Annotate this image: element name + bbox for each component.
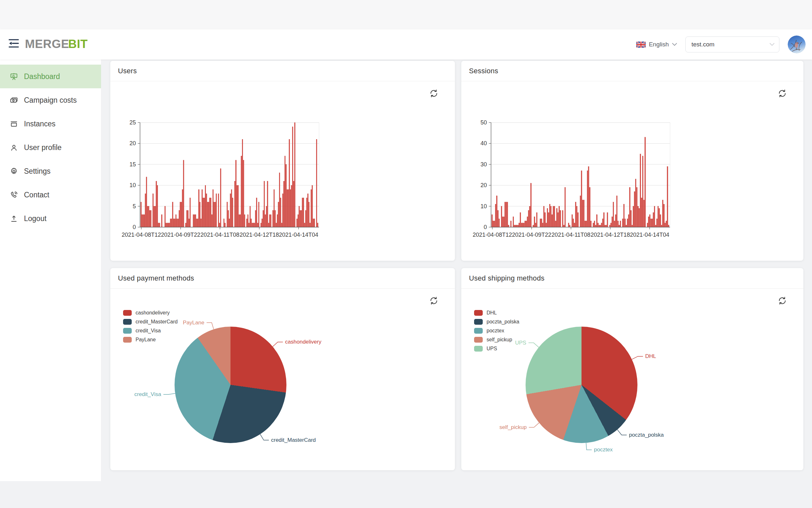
legend-swatch [123,319,132,325]
svg-text:2021-04-14T04: 2021-04-14T04 [630,231,669,238]
chevron-down-icon [769,43,775,46]
logo-text-accent: BIT [68,37,88,50]
legend-item-cashondelivery[interactable]: cashondelivery [123,310,178,316]
sidebar-item-label: Contact [24,190,49,199]
svg-text:0: 0 [133,224,136,230]
card-header: Sessions [461,61,803,81]
settings-icon [10,167,18,176]
top-margin-strip [0,0,812,30]
svg-text:50: 50 [480,119,487,126]
svg-text:40: 40 [480,140,487,146]
legend-swatch [123,310,132,316]
legend-item-credit_Visa[interactable]: credit_Visa [123,328,178,334]
logo[interactable]: MERGEBIT [25,37,88,52]
payment-methods-pie[interactable] [175,327,286,443]
legend-label: self_pickup [486,337,512,343]
sidebar: DashboardCampaign costsInstancesUser pro… [0,59,101,481]
legend-swatch [123,337,132,343]
sessions-bar-chart: 010203040502021-04-08T122021-04-09T22202… [461,61,803,261]
contact-icon [10,190,18,199]
legend-item-pocztex[interactable]: pocztex [474,328,519,334]
svg-text:2021-04-09T22: 2021-04-09T22 [161,231,200,238]
refresh-icon[interactable] [778,89,787,98]
shipping-methods-card: Used shipping methods DHLpoczta_polskapo… [461,268,803,470]
refresh-icon[interactable] [778,296,787,305]
legend-label: UPS [486,346,497,351]
sidebar-item-instances[interactable]: Instances [0,112,101,136]
collapse-menu-icon[interactable] [8,38,19,49]
svg-text:10: 10 [480,203,487,210]
sidebar-item-settings[interactable]: Settings [0,159,101,183]
card-header: Users [110,61,455,81]
pie-label-DHL: DHL [645,353,656,359]
legend-item-PayLane[interactable]: PayLane [123,337,178,343]
card-header: Used payment methods [110,268,455,289]
svg-text:5: 5 [133,203,136,210]
card-title: Used payment methods [118,274,194,283]
legend-label: cashondelivery [136,310,170,316]
sessions-card: Sessions 010203040502021-04-08T122021-04… [461,61,803,261]
legend-item-UPS[interactable]: UPS [474,346,519,351]
svg-text:2021-04-11T08: 2021-04-11T08 [552,231,590,238]
legend-label: credit_Visa [136,328,161,334]
user-avatar[interactable] [788,36,806,53]
sidebar-item-campaign-costs[interactable]: Campaign costs [0,88,101,112]
sidebar-item-logout[interactable]: Logout [0,207,101,230]
users-card: Users 05101520252021-04-08T122021-04-09T… [110,61,455,261]
svg-text:2021-04-11T08: 2021-04-11T08 [200,231,239,238]
dashboard-icon [10,72,18,81]
sidebar-item-label: Settings [24,167,50,176]
legend-label: pocztex [486,328,504,334]
uk-flag-icon [636,42,646,48]
legend-label: poczta_polska [486,319,519,325]
legend-item-poczta_polska[interactable]: poczta_polska [474,319,519,325]
legend-swatch [474,346,483,351]
svg-text:2021-04-14T04: 2021-04-14T04 [279,231,318,238]
pie-label-pocztex: pocztex [594,447,613,453]
legend-item-DHL[interactable]: DHL [474,310,519,316]
legend-label: DHL [486,310,497,316]
svg-text:15: 15 [130,161,136,168]
site-select-value: test.com [691,41,715,48]
logout-icon [10,214,18,223]
payment-methods-card: Used payment methods cashondeliverycredi… [110,268,455,470]
card-title: Used shipping methods [469,274,544,283]
sidebar-item-dashboard[interactable]: Dashboard [0,65,101,88]
sidebar-item-user-profile[interactable]: User profile [0,136,101,159]
legend-swatch [474,310,483,316]
legend-item-credit_MasterCard[interactable]: credit_MasterCard [123,319,178,325]
svg-text:2021-04-09T22: 2021-04-09T22 [512,231,551,238]
refresh-icon[interactable] [429,89,438,98]
chart-legend: cashondeliverycredit_MasterCardcredit_Vi… [123,310,178,346]
svg-text:30: 30 [480,161,487,168]
language-label: English [649,41,669,48]
legend-swatch [474,319,483,325]
chevron-down-icon [672,43,677,46]
legend-swatch [474,337,483,343]
app-bar: MERGEBIT English test.com [0,30,812,59]
site-select[interactable]: test.com [685,37,779,52]
pie-label-credit_MasterCard: credit_MasterCard [271,437,316,443]
legend-label: credit_MasterCard [136,319,178,325]
legend-item-self_pickup[interactable]: self_pickup [474,337,519,343]
legend-swatch [474,328,483,334]
language-selector[interactable]: English [636,41,677,48]
legend-swatch [123,328,132,334]
card-header: Used shipping methods [461,268,803,289]
sidebar-item-label: Campaign costs [24,96,77,104]
sidebar-item-label: Instances [24,120,55,128]
shipping-methods-pie[interactable] [526,327,637,443]
svg-text:0: 0 [484,224,487,230]
svg-text:2021-04-12T18: 2021-04-12T18 [239,231,279,238]
pie-label-self_pickup: self_pickup [499,424,527,431]
appbar-right-group: English test.com [636,30,806,59]
users-bar-chart: 05101520252021-04-08T122021-04-09T222021… [110,61,455,261]
pie-label-credit_Visa: credit_Visa [134,391,161,398]
svg-text:2021-04-08T12: 2021-04-08T12 [122,231,161,238]
sidebar-item-label: Logout [24,214,46,223]
card-title: Sessions [469,67,498,75]
chart-legend: DHLpoczta_polskapocztexself_pickupUPS [474,310,519,355]
refresh-icon[interactable] [429,296,438,305]
sidebar-menu: DashboardCampaign costsInstancesUser pro… [0,59,101,230]
sidebar-item-contact[interactable]: Contact [0,183,101,207]
